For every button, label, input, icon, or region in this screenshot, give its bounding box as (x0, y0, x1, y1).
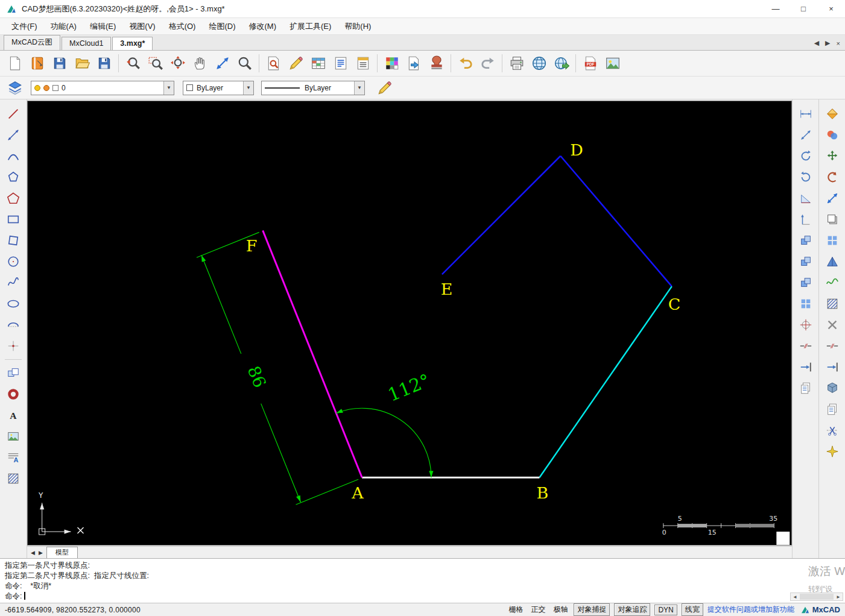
dim-update-tool[interactable] (796, 379, 816, 398)
quick-dim-tool[interactable] (796, 231, 816, 250)
text-tool[interactable] (3, 406, 24, 425)
layer-dropdown-arrow-icon[interactable]: ▼ (163, 81, 174, 95)
line-tool[interactable] (3, 104, 24, 124)
mirror-tool[interactable] (822, 252, 843, 271)
minimize-button[interactable]: — (762, 0, 790, 17)
color-select[interactable]: ByLayer ▼ (183, 81, 254, 95)
layer-select[interactable]: 0 ▼ (31, 81, 174, 95)
properties-button[interactable] (352, 52, 374, 74)
color-dropdown-arrow-icon[interactable]: ▼ (243, 81, 253, 95)
block-insert-tool[interactable] (3, 363, 24, 383)
trim-tool[interactable] (822, 421, 843, 440)
center-mark-tool[interactable] (796, 315, 816, 335)
dim-angular-tool[interactable] (796, 168, 816, 187)
color-palette-button[interactable] (381, 52, 403, 74)
tab-scroll-right-icon[interactable]: ▶ (825, 39, 830, 47)
web-publish-button[interactable] (550, 52, 572, 74)
spline-tool[interactable] (3, 273, 24, 292)
undo-button[interactable] (454, 52, 476, 74)
menu-draw[interactable]: 绘图(D) (202, 19, 242, 34)
open-cloud-drawing-button[interactable] (26, 52, 48, 74)
point-tool[interactable] (3, 336, 24, 356)
menu-view[interactable]: 视图(V) (122, 19, 162, 34)
hatch-tool[interactable] (3, 469, 24, 488)
circle-tool[interactable] (3, 252, 24, 271)
image-insert-tool[interactable] (3, 427, 24, 446)
save-button[interactable] (48, 52, 71, 74)
square-tool[interactable] (3, 231, 24, 250)
close-button[interactable]: × (817, 0, 845, 17)
web-button[interactable] (528, 52, 550, 74)
zoom-extents-button[interactable] (166, 52, 189, 74)
tab-scroll-left-icon[interactable]: ◀ (814, 39, 819, 47)
draw-settings-button[interactable] (373, 77, 396, 99)
text-doc-button[interactable] (329, 52, 352, 74)
zoom-realtime-button[interactable] (233, 52, 256, 74)
model-tab[interactable]: 模型 (46, 547, 78, 559)
donut-tool[interactable] (3, 385, 24, 404)
tab-close-icon[interactable]: × (837, 40, 840, 47)
arc-tool[interactable] (3, 146, 24, 166)
dim-arc-length-tool[interactable] (796, 146, 816, 166)
mtext-tool[interactable] (3, 448, 24, 467)
dim-ordinate-tool[interactable] (796, 210, 816, 229)
measure-button[interactable] (211, 52, 233, 74)
move-tool[interactable] (822, 146, 843, 166)
table-button[interactable] (307, 52, 329, 74)
save-as-button[interactable] (93, 52, 115, 74)
ortho-toggle[interactable]: 正交 (529, 604, 547, 615)
image-export-button[interactable] (601, 52, 624, 74)
layout-next-icon[interactable]: ▶ (39, 550, 43, 556)
ellipse-tool[interactable] (3, 294, 24, 313)
open-file-button[interactable] (71, 52, 93, 74)
scroll-left-icon[interactable]: ◄ (791, 594, 799, 600)
menu-edit[interactable]: 编辑(E) (83, 19, 122, 34)
menu-function[interactable]: 功能(A) (44, 19, 83, 34)
linetype-dropdown-arrow-icon[interactable]: ▼ (354, 81, 364, 95)
edge-DC[interactable] (560, 156, 671, 286)
tab-mxcad-cloud[interactable]: MxCAD云图 (4, 35, 60, 50)
command-horizontal-scrollbar[interactable]: ◄ ► (790, 592, 843, 601)
menu-ext-tools[interactable]: 扩展工具(E) (283, 19, 338, 34)
redo-button[interactable] (476, 52, 499, 74)
copy-tool[interactable] (822, 400, 843, 419)
polar-toggle[interactable]: 极轴 (551, 604, 569, 615)
otrack-toggle[interactable]: 对象追踪 (614, 603, 650, 616)
sketch-button[interactable] (285, 52, 307, 74)
continue-dim-tool[interactable] (796, 273, 816, 292)
menu-help[interactable]: 帮助(H) (338, 19, 378, 34)
tab-mxcloud1[interactable]: MxCloud1 (62, 37, 111, 50)
dim-aligned-tool[interactable] (796, 125, 816, 145)
baseline-dim-tool[interactable] (796, 252, 816, 271)
find-button[interactable] (262, 52, 285, 74)
scrollbar-thumb[interactable] (800, 594, 834, 600)
extend-tool[interactable] (822, 357, 843, 377)
maximize-button[interactable]: □ (790, 0, 817, 17)
lineweight-toggle[interactable]: 线宽 (682, 603, 703, 616)
rectangle-tool[interactable] (3, 210, 24, 229)
draw-order-tool[interactable] (822, 125, 843, 145)
stretch-tool[interactable] (822, 210, 843, 229)
osnap-toggle[interactable]: 对象捕捉 (574, 603, 610, 616)
menu-format[interactable]: 格式(O) (162, 19, 203, 34)
export-button[interactable] (403, 52, 425, 74)
layer-manager-button[interactable] (4, 77, 26, 99)
edge-ED[interactable] (442, 156, 560, 274)
pdf-export-button[interactable] (579, 52, 601, 74)
feedback-link[interactable]: 提交软件问题或增加新功能 (707, 605, 794, 615)
array-tool[interactable] (822, 231, 843, 250)
edge-CB[interactable] (539, 286, 671, 477)
zoom-window-button[interactable] (144, 52, 166, 74)
erase-tool[interactable] (822, 315, 843, 335)
dyn-toggle[interactable]: DYN (654, 605, 677, 615)
stamp-button[interactable] (425, 52, 448, 74)
scroll-right-icon[interactable]: ► (834, 594, 843, 600)
new-file-button[interactable] (4, 52, 26, 74)
spline-edit-tool[interactable] (822, 273, 843, 292)
grid-toggle[interactable]: 栅格 (507, 604, 525, 615)
dim-slope-tool[interactable] (796, 189, 816, 208)
menu-file[interactable]: 文件(F) (5, 19, 44, 34)
break-tool[interactable] (822, 336, 843, 356)
edge-AF[interactable] (263, 230, 362, 477)
layout-prev-icon[interactable]: ◀ (31, 550, 35, 556)
